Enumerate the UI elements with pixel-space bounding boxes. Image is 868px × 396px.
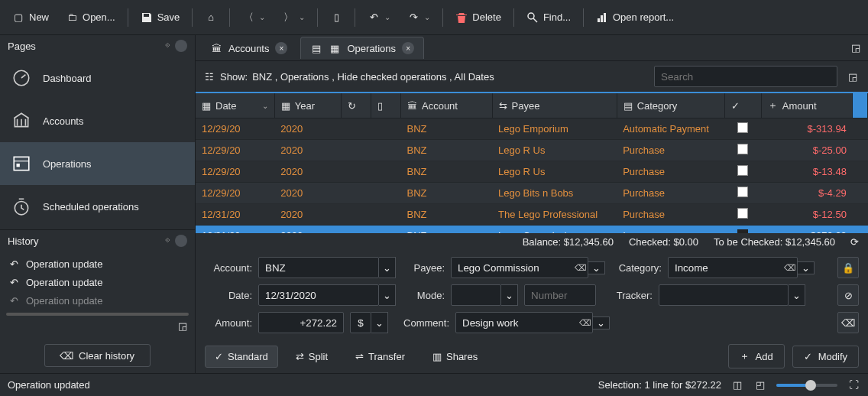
category-field[interactable] — [668, 257, 798, 278]
clear-icon[interactable]: ⌫ — [575, 261, 587, 274]
checkbox-icon[interactable] — [737, 208, 748, 219]
clear-icon[interactable]: ⌫ — [784, 261, 796, 274]
cell-checked[interactable] — [724, 161, 761, 183]
home-button[interactable]: ⌂ — [197, 7, 225, 28]
nav-scheduled[interactable]: Scheduled operations — [0, 185, 195, 228]
currency-field[interactable] — [350, 312, 371, 333]
table-row[interactable]: 12/29/202020BNZLego R UsPurchase$-25.00 — [196, 140, 868, 161]
lock-button[interactable]: 🔒 — [837, 257, 859, 278]
zoom-slider[interactable] — [776, 384, 837, 387]
table-row[interactable]: 12/29/202020BNZLego R UsPurchase$-13.48 — [196, 161, 868, 183]
clear-history-button[interactable]: ⌫ Clear history — [44, 344, 151, 367]
col-amount[interactable]: ＋Amount — [761, 93, 853, 118]
mode-transfer[interactable]: ⇌Transfer — [345, 346, 415, 368]
open-report-button[interactable]: Open report... — [588, 7, 682, 28]
chevron-down-icon[interactable]: ⌄ — [789, 284, 805, 306]
redo-button[interactable]: ↷⌄ — [400, 7, 438, 28]
table-row[interactable]: 12/31/202020BNZLego CommissionIncome$272… — [196, 226, 868, 234]
clear-form-button[interactable]: ⌫ — [837, 312, 859, 333]
close-tab-icon[interactable]: × — [275, 42, 287, 54]
undo-button[interactable]: ↶⌄ — [360, 7, 398, 28]
tab-accounts[interactable]: 🏛 Accounts × — [200, 37, 297, 59]
fullscreen-icon[interactable]: ⛶ — [847, 378, 860, 392]
mode-standard[interactable]: ✓Standard — [205, 346, 278, 368]
close-panel-icon[interactable] — [175, 235, 187, 247]
chevron-down-icon[interactable]: ⌄ — [501, 284, 518, 306]
crop-icon[interactable]: ◰ — [753, 378, 767, 392]
checkbox-icon[interactable] — [737, 122, 748, 133]
bookmark-button[interactable]: ▯ — [322, 7, 350, 28]
validate-button[interactable]: ⊘ — [837, 284, 859, 306]
date-field[interactable] — [258, 284, 379, 306]
cell-bookmark — [371, 140, 400, 161]
amount-field[interactable] — [258, 312, 344, 333]
zoom-thumb[interactable] — [805, 380, 816, 391]
cell-checked[interactable] — [724, 140, 761, 161]
cell-account: BNZ — [400, 226, 492, 234]
history-item[interactable]: ↶Operation update — [5, 291, 190, 310]
history-item[interactable]: ↶Operation update — [5, 255, 190, 273]
col-date[interactable]: ▦Date⌄ — [196, 93, 274, 118]
comment-field[interactable] — [455, 312, 593, 333]
add-button[interactable]: ＋Add — [728, 344, 785, 368]
chevron-down-icon[interactable]: ⌄ — [588, 261, 605, 274]
refresh-icon[interactable]: ⟳ — [850, 236, 859, 248]
new-button[interactable]: ▢ New — [5, 7, 57, 28]
close-tab-icon[interactable]: × — [402, 42, 414, 54]
dropdown-chevron-icon: ⌄ — [384, 13, 390, 21]
mode-split[interactable]: ⇄Split — [286, 346, 338, 368]
tracker-field[interactable] — [659, 284, 789, 306]
col-category[interactable]: ▤Category — [617, 93, 724, 118]
account-field[interactable] — [258, 257, 379, 278]
table-row[interactable]: 12/29/202020BNZLego EmporiumAutomatic Pa… — [196, 118, 868, 140]
select-all-icon[interactable]: ◫ — [730, 378, 744, 392]
filter-icon[interactable]: ☷ — [203, 70, 215, 83]
table-row[interactable]: 12/29/202020BNZLego Bits n BobsPurchase$… — [196, 183, 868, 204]
chevron-down-icon[interactable]: ⌄ — [798, 261, 815, 274]
mode-shares[interactable]: ▥Shares — [423, 346, 487, 368]
nav-operations[interactable]: Operations — [0, 142, 195, 185]
filter-show-text[interactable]: BNZ , Operations , Hide checked operatio… — [252, 71, 494, 83]
col-bookmark[interactable]: ▯ — [371, 93, 400, 118]
cell-checked[interactable] — [724, 226, 761, 234]
checkbox-icon[interactable] — [737, 144, 748, 154]
modify-button[interactable]: ✓Modify — [792, 346, 859, 368]
chevron-down-icon[interactable]: ⌄ — [379, 257, 396, 278]
calendar-icon: ▦ — [329, 42, 341, 54]
chevron-down-icon[interactable]: ⌄ — [379, 284, 396, 306]
search-input[interactable] — [654, 66, 837, 87]
payee-field[interactable] — [451, 257, 588, 278]
checkbox-icon[interactable] — [737, 165, 748, 176]
tab-operations[interactable]: ▤ ▦ Operations × — [300, 37, 424, 59]
delete-button[interactable]: Delete — [448, 7, 509, 28]
history-item[interactable]: ↶Operation update — [5, 273, 190, 291]
col-payee[interactable]: ⇆Payee — [492, 93, 617, 118]
pin-icon[interactable]: ⟐ — [165, 40, 170, 52]
number-field[interactable] — [524, 284, 596, 306]
clear-icon[interactable]: ⌫ — [579, 316, 591, 329]
tabs-overflow-button[interactable]: ◲ — [848, 39, 863, 57]
nav-dashboard[interactable]: Dashboard — [0, 57, 195, 99]
col-account[interactable]: 🏛Account — [400, 93, 492, 118]
table-row[interactable]: 12/31/202020BNZThe Lego ProfessionalPurc… — [196, 204, 868, 226]
close-panel-icon[interactable] — [175, 40, 187, 52]
back-button[interactable]: 〈⌄ — [235, 7, 273, 28]
save-button[interactable]: Save — [133, 7, 188, 28]
col-recurring[interactable]: ↻ — [341, 93, 371, 118]
forward-button[interactable]: 〉⌄ — [274, 7, 313, 28]
chevron-down-icon[interactable]: ⌄ — [593, 316, 610, 329]
checkbox-icon[interactable] — [737, 187, 748, 197]
nav-accounts[interactable]: Accounts — [0, 99, 195, 142]
find-button[interactable]: Find... — [519, 7, 578, 28]
open-button[interactable]: 🗀 Open... — [58, 7, 123, 28]
view-settings-button[interactable]: ◲ — [845, 68, 860, 86]
chevron-down-icon[interactable]: ⌄ — [371, 312, 388, 333]
col-year[interactable]: ▦Year — [274, 93, 341, 118]
mode-field[interactable] — [451, 284, 501, 306]
cell-checked[interactable] — [724, 118, 761, 140]
col-checked[interactable]: ✓ — [724, 93, 761, 118]
cell-checked[interactable] — [724, 204, 761, 226]
history-expand-icon[interactable]: ◲ — [5, 319, 190, 333]
pin-icon[interactable]: ⟐ — [165, 235, 170, 247]
cell-checked[interactable] — [724, 183, 761, 204]
